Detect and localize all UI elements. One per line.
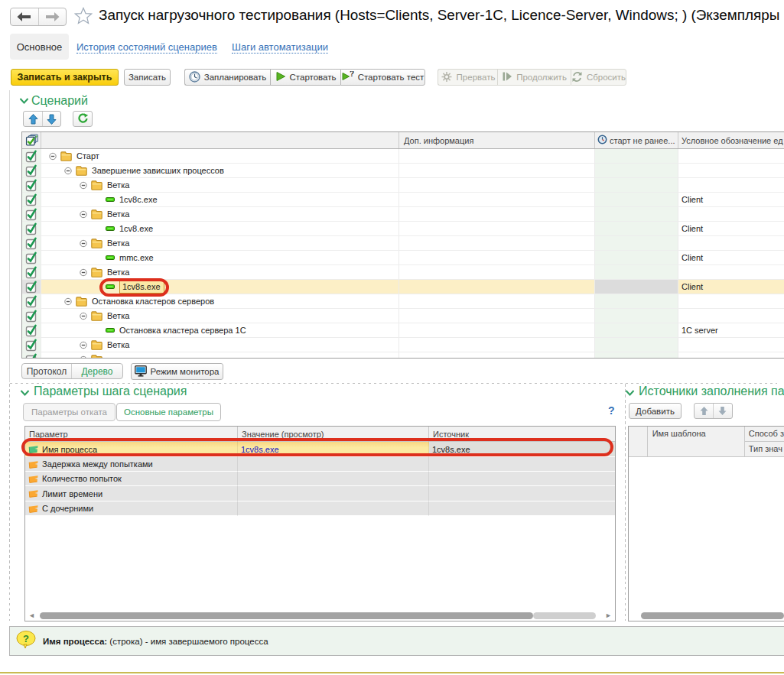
svg-text:?: ? xyxy=(23,633,29,644)
svg-text:?: ? xyxy=(350,71,354,78)
